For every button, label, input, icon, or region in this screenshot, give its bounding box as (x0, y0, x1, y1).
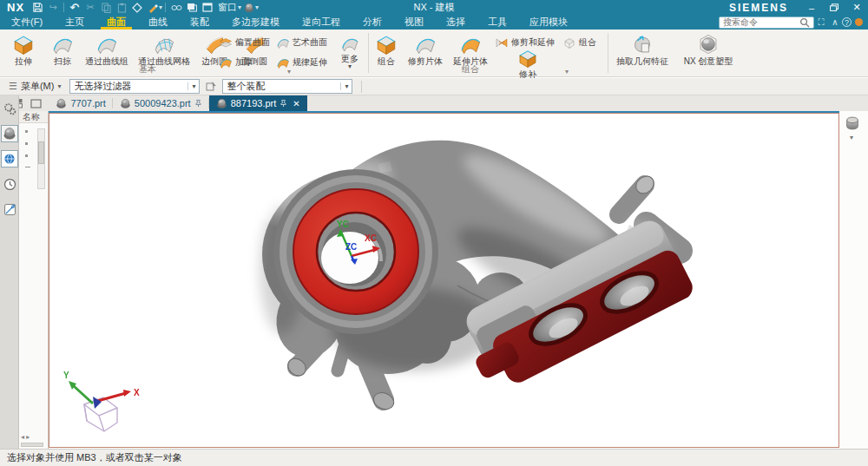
studio-surface-icon (276, 36, 290, 49)
undo-icon[interactable]: ↶ (68, 1, 82, 14)
view-part-icon[interactable] (844, 115, 861, 132)
paste-icon[interactable] (115, 1, 128, 14)
window-cascade-icon[interactable] (185, 1, 199, 14)
tab-assembly[interactable]: 装配 (179, 15, 220, 30)
doc-tab-label: 7707.prt (70, 98, 105, 108)
tab-file[interactable]: 文件(F) (0, 15, 54, 30)
tab-analysis[interactable]: 分析 (352, 15, 393, 30)
triad-y-label: Y (63, 371, 69, 380)
part-options-dropdown-icon[interactable]: ▾ (255, 3, 259, 11)
window-layout-icon[interactable] (30, 99, 42, 108)
selection-scope-icon[interactable] (203, 80, 219, 94)
title-bar: NX ↪ ↶ ✂ ▾ 窗口 ▾ ▾ NX - 建模 SIEMENS – (0, 0, 868, 15)
tree-node-dot (25, 154, 28, 157)
part-options-icon[interactable] (242, 1, 256, 14)
reuse-library-icon[interactable] (1, 150, 18, 167)
assembly-navigator-icon[interactable] (1, 100, 18, 117)
sweep-button[interactable]: 扫掠 (45, 32, 80, 66)
fullscreen-icon[interactable]: ⛶ (814, 17, 828, 28)
tab-home[interactable]: 主页 (54, 15, 95, 30)
extract-geometry-button[interactable]: 抽取几何特征 (609, 32, 675, 66)
tab-surface[interactable]: 曲面 (95, 15, 137, 30)
trim-sheet-button[interactable]: 修剪片体 (403, 32, 448, 66)
cut-icon[interactable]: ✂ (83, 1, 97, 14)
trim-and-extend-icon (495, 36, 509, 49)
model-3d-view[interactable]: YC XC ZC Y X (49, 114, 838, 447)
navigator-scrollbar[interactable] (37, 128, 45, 189)
more-dropdown-icon: ▾ (348, 64, 352, 69)
user-status-icon[interactable] (855, 18, 863, 26)
selection-scope-combo[interactable]: 整个装配 ▾ (222, 79, 352, 94)
curve-mesh-icon (153, 33, 175, 56)
tab-curve[interactable]: 曲线 (137, 15, 179, 30)
doc-tab-887193-active[interactable]: 887193.prt ✕ (209, 95, 307, 111)
triad-x-label: X (134, 388, 140, 397)
minimize-button[interactable]: – (800, 1, 823, 14)
search-input[interactable] (720, 17, 799, 27)
tab-view[interactable]: 视图 (393, 15, 435, 30)
more-button[interactable]: 更多 ▾ (335, 33, 365, 69)
through-curves-button[interactable]: 通过曲线组 (80, 32, 134, 66)
save-icon[interactable] (30, 1, 44, 14)
touch-mode-icon[interactable] (169, 1, 183, 14)
navigator-bottom-controls: ◂ ▸ (21, 433, 46, 447)
tab-application-modules[interactable]: 应用模块 (518, 15, 579, 30)
scroll-left-icon[interactable]: ◂ (21, 433, 24, 441)
thicken-button[interactable]: 加厚 (219, 55, 276, 69)
search-icon[interactable] (799, 17, 810, 28)
ribbon-separator (368, 33, 369, 73)
help-icon[interactable]: ? (842, 17, 852, 27)
command-search-box[interactable] (719, 16, 814, 29)
extend-sheet-button[interactable]: 延伸片体 (448, 32, 493, 66)
minimize-ribbon-icon[interactable]: ∧ (828, 17, 842, 27)
navigator-hscrollbar[interactable] (21, 443, 43, 447)
close-button[interactable]: ✕ (845, 1, 868, 14)
curve-mesh-button[interactable]: 通过曲线网格 (134, 32, 194, 66)
tab-reverse-engineering[interactable]: 逆向工程 (291, 15, 352, 30)
nx-realize-shape-button[interactable]: NX 创意塑型 (675, 32, 741, 66)
navigator-name-header[interactable]: 名称 (19, 111, 48, 123)
combine-button[interactable]: 组合 (370, 32, 403, 66)
tab-select[interactable]: 选择 (435, 15, 477, 30)
group-dropdown-icon[interactable]: ▾ (565, 68, 569, 75)
combine-small-button[interactable]: 组合 (562, 35, 596, 49)
brush-icon[interactable] (146, 1, 160, 14)
history-icon[interactable] (1, 175, 18, 193)
graphics-viewport[interactable]: YC XC ZC Y X (49, 113, 839, 448)
extrude-icon (12, 33, 35, 56)
pin-icon[interactable] (279, 99, 287, 108)
tab-polygon-modeling[interactable]: 多边形建模 (220, 15, 291, 30)
gutter-dropdown-icon[interactable]: ▾ (850, 134, 868, 141)
brush-dropdown-icon[interactable]: ▾ (159, 3, 162, 11)
extrude-button[interactable]: 拉伸 (2, 32, 45, 66)
doc-tab-label: 887193.prt (231, 98, 277, 108)
window-menu-button[interactable]: 窗口 (216, 1, 239, 14)
roles-icon[interactable] (1, 200, 18, 218)
selection-filter-combo[interactable]: 无选择过滤器 ▾ (69, 79, 200, 94)
scroll-right-icon[interactable]: ▸ (26, 433, 30, 441)
through-curves-icon (95, 33, 118, 56)
doc-tab-7707[interactable]: 7707.prt (49, 95, 112, 111)
navigator-scrollbar-thumb[interactable] (38, 141, 44, 164)
offset-surface-button[interactable]: 偏置曲面 (219, 35, 276, 49)
doc-tab-label: 50009423.prt (135, 98, 191, 108)
pin-icon[interactable] (194, 99, 202, 108)
patch-button[interactable]: 修补 (510, 47, 545, 79)
window-new-icon[interactable] (201, 1, 214, 14)
part-navigator-icon[interactable] (1, 125, 18, 142)
studio-surface-button[interactable]: 艺术曲面 (276, 35, 333, 49)
model-bore[interactable] (273, 169, 438, 334)
view-triad[interactable]: Y X (63, 371, 140, 431)
tab-tools[interactable]: 工具 (477, 15, 518, 30)
law-extension-button[interactable]: 规律延伸 (276, 55, 333, 69)
window-menu-dropdown-icon[interactable]: ▾ (238, 3, 241, 11)
triad-x-arrow[interactable] (123, 390, 131, 397)
restore-button[interactable] (823, 1, 845, 14)
redo-icon[interactable]: ↪ (46, 1, 60, 14)
doc-tab-50009423[interactable]: 50009423.prt (113, 95, 209, 111)
tab-close-icon[interactable]: ✕ (293, 99, 299, 108)
menu-button[interactable]: ☰ 菜单(M) ▾ (3, 79, 66, 95)
snapshot-icon[interactable] (130, 1, 144, 14)
ribbon-tab-row: 文件(F) 主页 曲面 曲线 装配 多边形建模 逆向工程 分析 视图 选择 工具… (0, 15, 868, 30)
copy-icon[interactable] (99, 1, 113, 14)
